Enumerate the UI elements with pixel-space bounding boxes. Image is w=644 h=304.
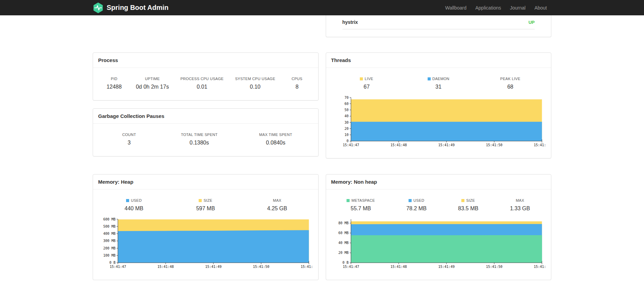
stat-nonheap-size: SIZE 83.5 MB	[458, 198, 478, 212]
panel-title: Process	[93, 53, 318, 68]
legend-swatch-size	[461, 199, 464, 202]
svg-text:15:41:48: 15:41:48	[157, 265, 174, 269]
panel-memory-heap: Memory: Heap USED 440 MB SIZE	[93, 174, 319, 280]
stat-system-cpu: SYSTEM CPU USAGE 0.10	[235, 77, 275, 90]
nav-item-wallboard[interactable]: Wallboard	[441, 5, 471, 11]
stat-label: MAX TIME SPENT	[259, 133, 292, 137]
svg-text:200 MB: 200 MB	[103, 246, 116, 250]
legend-swatch-daemon	[428, 77, 431, 80]
panel-title: Garbage Collection Pauses	[93, 109, 318, 124]
stat-label: PROCESS CPU USAGE	[180, 77, 224, 81]
svg-text:15:41:48: 15:41:48	[390, 265, 407, 269]
stat-heap-max: MAX 4.25 GB	[267, 198, 287, 212]
stat-label: TOTAL TIME SPENT	[181, 133, 218, 137]
panel-title: Threads	[326, 53, 551, 68]
brand-link[interactable]: Spring Boot Admin	[93, 2, 168, 13]
stat-gc-total-time: TOTAL TIME SPENT 0.1380s	[181, 133, 218, 146]
nav-links: Wallboard Applications Journal About	[441, 5, 551, 11]
svg-text:70: 70	[344, 96, 348, 100]
svg-text:20 MB: 20 MB	[338, 251, 348, 255]
stat-label: DAEMON	[432, 77, 449, 81]
stat-cpus: CPUS 8	[287, 77, 307, 90]
svg-text:15:41:50: 15:41:50	[486, 265, 502, 269]
svg-text:60: 60	[344, 102, 348, 106]
stat-label: LIVE	[365, 77, 373, 81]
nav-item-journal[interactable]: Journal	[505, 5, 530, 11]
stat-peak-live-threads: PEAK LIVE 68	[500, 77, 521, 90]
stat-daemon-threads: DAEMON 31	[428, 77, 449, 90]
stat-label: PEAK LIVE	[500, 77, 520, 81]
stat-label: USED	[131, 198, 142, 202]
svg-text:40: 40	[344, 114, 348, 118]
svg-text:400 MB: 400 MB	[103, 232, 116, 235]
stat-label: SYSTEM CPU USAGE	[235, 77, 275, 81]
stat-value: 67	[356, 84, 377, 90]
stat-value: 12488	[104, 84, 124, 90]
svg-text:15:41:49: 15:41:49	[438, 143, 455, 147]
stat-value: 0.1380s	[181, 140, 218, 146]
svg-text:15:41:51: 15:41:51	[534, 265, 546, 269]
stat-process-cpu: PROCESS CPU USAGE 0.01	[180, 77, 224, 90]
stat-label: UPTIME	[136, 77, 169, 81]
health-item-name: hystrix	[342, 19, 358, 25]
panel-memory-nonheap: Memory: Non heap METASPACE 55.7 MB USED	[326, 174, 552, 280]
stat-uptime: UPTIME 0d 0h 2m 17s	[136, 77, 169, 90]
svg-text:500 MB: 500 MB	[103, 225, 116, 228]
svg-text:15:41:50: 15:41:50	[486, 143, 502, 147]
legend-swatch-used	[126, 199, 129, 202]
stat-heap-used: USED 440 MB	[124, 198, 144, 212]
status-badge: UP	[528, 20, 535, 25]
svg-text:15:41:47: 15:41:47	[110, 265, 126, 269]
panel-process: Process PID 12488 UPTIME 0d 0h 2m 17s PR…	[93, 52, 319, 101]
nav-item-applications[interactable]: Applications	[471, 5, 506, 11]
svg-text:40 MB: 40 MB	[338, 241, 348, 245]
svg-text:20: 20	[344, 127, 348, 131]
stat-label: SIZE	[466, 198, 475, 202]
stat-value: 597 MB	[195, 206, 216, 212]
svg-text:0 B: 0 B	[342, 261, 348, 264]
svg-text:0 B: 0 B	[109, 261, 116, 264]
stat-value: 3	[119, 140, 139, 146]
stat-live-threads: LIVE 67	[356, 77, 377, 90]
svg-text:0: 0	[346, 139, 348, 143]
stat-gc-max-time: MAX TIME SPENT 0.0840s	[259, 133, 292, 146]
top-row-left-spacer	[93, 15, 319, 37]
stat-pid: PID 12488	[104, 77, 124, 90]
stat-value: 68	[500, 84, 521, 90]
svg-text:15:41:47: 15:41:47	[342, 143, 359, 147]
legend-swatch-metaspace	[347, 199, 350, 202]
threads-chart: 01020304050607015:41:4715:41:4815:41:491…	[331, 95, 546, 148]
svg-text:100 MB: 100 MB	[103, 254, 116, 257]
stat-nonheap-max: MAX 1.33 GB	[510, 198, 530, 212]
stat-value: 78.2 MB	[406, 206, 427, 212]
stat-label: PID	[104, 77, 124, 81]
stat-value: 55.7 MB	[347, 206, 375, 212]
svg-text:300 MB: 300 MB	[103, 239, 116, 243]
stat-label: SIZE	[203, 198, 212, 202]
svg-text:15:41:48: 15:41:48	[390, 143, 407, 147]
stat-value: 0.01	[180, 84, 224, 90]
legend-swatch-live	[360, 77, 363, 80]
health-details-panel: hystrix UP	[326, 15, 552, 37]
svg-text:10: 10	[344, 133, 348, 137]
stat-value: 31	[428, 84, 449, 90]
nav-item-about[interactable]: About	[530, 5, 551, 11]
top-navbar: Spring Boot Admin Wallboard Applications…	[0, 0, 644, 15]
svg-text:80 MB: 80 MB	[338, 221, 348, 225]
svg-text:15:41:51: 15:41:51	[534, 143, 546, 147]
stat-label: MAX	[273, 198, 281, 202]
panel-title: Memory: Non heap	[326, 174, 551, 189]
stat-value: 0.0840s	[259, 140, 292, 146]
stat-label: COUNT	[119, 133, 139, 137]
stat-value: 440 MB	[124, 206, 144, 212]
memory-heap-chart: 0 B100 MB200 MB300 MB400 MB500 MB600 MB1…	[98, 217, 313, 270]
svg-text:30: 30	[344, 121, 348, 124]
stat-label: METASPACE	[351, 198, 375, 202]
svg-text:600 MB: 600 MB	[103, 217, 116, 221]
memory-nonheap-chart: 0 B20 MB40 MB60 MB80 MB15:41:4715:41:481…	[331, 217, 546, 270]
stat-label: MAX	[516, 198, 524, 202]
svg-text:60 MB: 60 MB	[338, 231, 348, 235]
stat-gc-count: COUNT 3	[119, 133, 139, 146]
brand-title: Spring Boot Admin	[107, 4, 168, 12]
stat-value: 0d 0h 2m 17s	[136, 84, 169, 90]
